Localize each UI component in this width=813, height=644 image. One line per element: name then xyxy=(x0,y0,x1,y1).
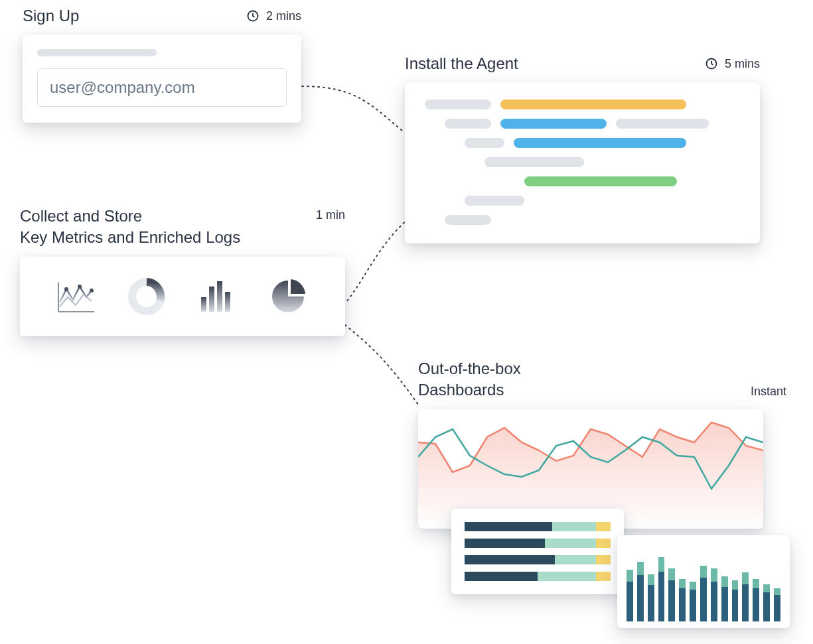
donut-chart-icon xyxy=(123,277,170,316)
dashboard-hbars-card xyxy=(451,509,624,594)
placeholder-line xyxy=(37,49,157,56)
svg-point-2 xyxy=(64,287,68,291)
install-time: 5 mins xyxy=(705,57,760,71)
svg-rect-9 xyxy=(225,292,230,312)
clock-icon xyxy=(705,57,718,70)
collect-title: Collect and Store Key Metrics and Enrich… xyxy=(20,206,240,249)
signup-time-label: 2 mins xyxy=(266,9,301,23)
install-title: Install the Agent xyxy=(405,53,518,74)
step-dashboards: Out-of-the-box Dashboards Instant xyxy=(418,358,786,635)
signup-title: Sign Up xyxy=(23,5,79,27)
step-signup: Sign Up 2 mins user@company.com xyxy=(23,5,301,123)
bar-chart-icon xyxy=(195,277,242,316)
collect-time-label: 1 min xyxy=(316,208,345,222)
svg-rect-8 xyxy=(217,281,222,312)
dashboards-time: Instant xyxy=(751,385,786,399)
collect-time: 1 min xyxy=(316,208,345,222)
pie-chart-icon xyxy=(266,277,313,316)
svg-rect-7 xyxy=(209,287,214,312)
svg-rect-6 xyxy=(201,297,206,312)
install-time-label: 5 mins xyxy=(725,57,760,71)
svg-point-4 xyxy=(90,289,94,292)
collect-card xyxy=(20,257,345,336)
signup-time: 2 mins xyxy=(246,9,301,23)
line-chart-icon xyxy=(52,277,99,316)
install-card xyxy=(405,82,760,243)
svg-point-3 xyxy=(78,285,82,289)
step-collect: Collect and Store Key Metrics and Enrich… xyxy=(20,206,345,336)
dashboard-vbars-card xyxy=(617,535,790,628)
clock-icon xyxy=(246,9,259,23)
dashboards-time-label: Instant xyxy=(751,385,786,399)
step-install: Install the Agent 5 mins xyxy=(405,53,760,243)
signup-card: user@company.com xyxy=(23,34,301,123)
email-input[interactable]: user@company.com xyxy=(37,68,287,107)
dashboards-title: Out-of-the-box Dashboards xyxy=(418,358,521,401)
